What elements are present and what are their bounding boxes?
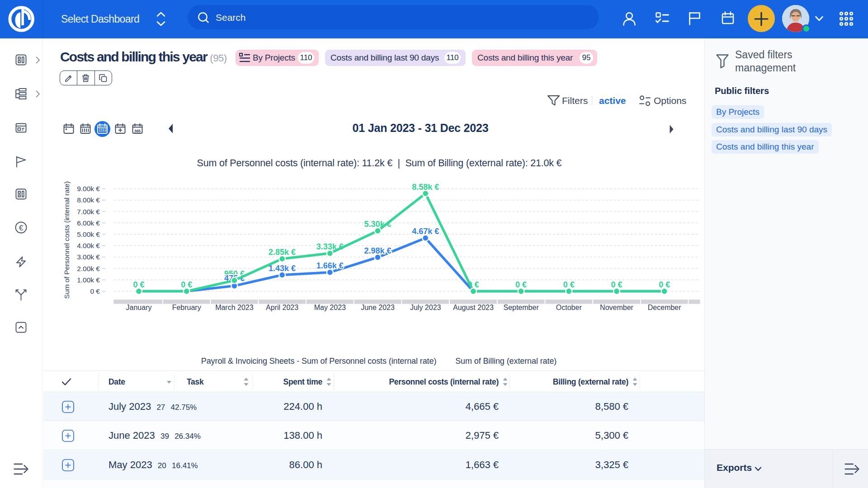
svg-text:April 2023: April 2023 [266, 304, 298, 311]
svg-text:1.66k €: 1.66k € [316, 261, 344, 270]
svg-text:3.00k €: 3.00k € [77, 253, 100, 261]
svg-text:7.00k €: 7.00k € [77, 208, 100, 216]
svg-text:6.00k €: 6.00k € [77, 219, 100, 227]
svg-text:5.00k €: 5.00k € [77, 230, 100, 238]
svg-text:4.00k €: 4.00k € [77, 242, 100, 249]
svg-text:October: October [556, 304, 582, 311]
svg-text:1.43k €: 1.43k € [269, 264, 296, 273]
svg-text:July 2023: July 2023 [410, 304, 441, 311]
svg-text:8.00k €: 8.00k € [77, 196, 100, 204]
svg-text:365: 365 [134, 129, 140, 133]
svg-text:August 2023: August 2023 [453, 304, 494, 311]
svg-text:9.00k €: 9.00k € [77, 185, 100, 192]
svg-text:2.00k €: 2.00k € [77, 265, 100, 272]
svg-text:September: September [503, 304, 539, 311]
svg-text:June 2023: June 2023 [361, 304, 395, 311]
svg-text:4.67k €: 4.67k € [412, 227, 439, 236]
svg-text:February: February [172, 304, 201, 311]
svg-text:0 €: 0 € [90, 287, 100, 295]
svg-text:December: December [648, 304, 681, 311]
svg-text:1.00k €: 1.00k € [77, 276, 100, 284]
svg-text:May 2023: May 2023 [314, 304, 346, 311]
svg-text:March 2023: March 2023 [215, 304, 254, 311]
svg-text:2.98k €: 2.98k € [364, 246, 391, 255]
svg-text:Sum of Personnel costs (intern: Sum of Personnel costs (internal rate) [63, 181, 71, 299]
svg-text:January: January [126, 304, 152, 311]
svg-text:€: € [19, 223, 24, 232]
svg-text:November: November [600, 304, 633, 311]
